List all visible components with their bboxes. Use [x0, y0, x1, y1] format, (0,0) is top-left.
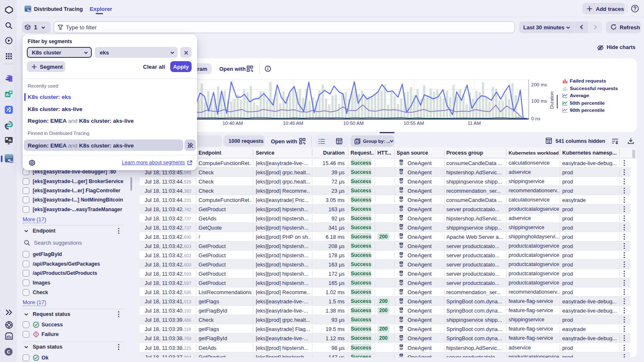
svg-text:NEW: NEW: [28, 10, 31, 12]
svg-text:NEW: NEW: [10, 161, 13, 163]
